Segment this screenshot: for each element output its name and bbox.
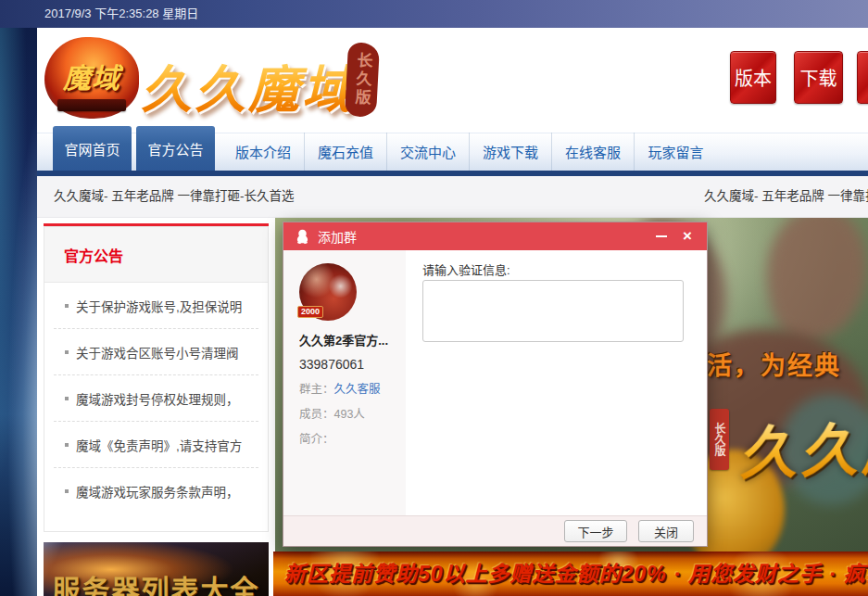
members-label: 成员： bbox=[299, 408, 334, 421]
announcement-link[interactable]: 关于游戏合区账号小号清理阀 bbox=[54, 329, 258, 375]
sidebar-title: 官方公告 bbox=[64, 244, 123, 266]
announcement-link[interactable]: 关于保护游戏账号,及担保说明 bbox=[54, 283, 258, 329]
marquee-text: 久久魔域- 五年老品牌 一律靠打砸-长久首选 bbox=[54, 176, 295, 217]
desktop-background-art bbox=[0, 28, 37, 596]
taskbar-datetime: 2017/9/3 下午2:35:28 星期日 bbox=[0, 6, 198, 20]
next-step-button[interactable]: 下一步 bbox=[564, 520, 627, 542]
announcement-link[interactable]: 魔域游戏封号停权处理规则， bbox=[54, 375, 258, 422]
close-icon[interactable]: × bbox=[673, 222, 701, 250]
tab-guestbook[interactable]: 玩家留言 bbox=[635, 133, 717, 171]
version-button[interactable]: 版本 bbox=[730, 51, 776, 104]
group-intro-row: 简介： bbox=[299, 429, 406, 447]
artwork-calligraphy: 久久魔域 bbox=[737, 399, 868, 490]
tab-community[interactable]: 交流中心 bbox=[387, 133, 470, 171]
server-list-banner[interactable]: 服务器列表大全 bbox=[44, 542, 269, 596]
marquee-bar: 久久魔域- 五年老品牌 一律靠打砸-长久首选 久久魔域- 五年老品牌 一律靠打砸… bbox=[37, 176, 868, 218]
group-info-panel: 2000 久久第2季官方... 339876061 群主：久久客服 成员：493… bbox=[283, 250, 406, 515]
artwork-slogan: 活，为经典 bbox=[707, 346, 841, 382]
artwork-antler bbox=[756, 218, 868, 346]
taskbar: 2017/9/3 下午2:35:28 星期日 bbox=[0, 0, 868, 28]
tab-recharge[interactable]: 魔石充值 bbox=[305, 133, 387, 171]
dialog-titlebar: 添加群 × bbox=[283, 222, 707, 250]
group-avatar-wrap: 2000 bbox=[299, 263, 357, 321]
game-logo[interactable]: 魔域 bbox=[44, 37, 139, 119]
owner-label: 群主： bbox=[299, 383, 334, 396]
group-capacity-badge: 2000 bbox=[297, 306, 323, 318]
owner-link[interactable]: 久久客服 bbox=[334, 383, 381, 396]
qq-penguin-icon bbox=[295, 229, 310, 245]
promo-banner: 新区提前赞助50以上多赠送金额的20% · 用您发财之手 · 疯狂 bbox=[273, 552, 868, 596]
close-button[interactable]: 关闭 bbox=[638, 520, 694, 542]
bullet-icon bbox=[65, 397, 69, 400]
artwork-seal: 长久版 bbox=[710, 409, 729, 470]
group-members-row: 成员：493人 bbox=[299, 404, 406, 422]
announcement-link[interactable]: 魔域《免责声明》,请支持官方 bbox=[54, 422, 258, 468]
marquee-text-repeat: 久久魔域- 五年老品牌 一律靠打砸-长久首选 bbox=[704, 176, 868, 217]
promo-text: 新区提前赞助50以上多赠送金额的20% · 用您发财之手 · 疯狂 bbox=[273, 552, 868, 596]
partial-button[interactable] bbox=[857, 51, 868, 104]
bullet-icon bbox=[65, 304, 69, 308]
logo-ribbon bbox=[57, 99, 126, 111]
group-name: 久久第2季官方... bbox=[299, 331, 392, 349]
group-number: 339876061 bbox=[299, 357, 406, 372]
nav-tabs: 版本介绍 魔石充值 交流中心 游戏下载 在线客服 玩家留言 bbox=[222, 133, 717, 171]
tab-online-service[interactable]: 在线客服 bbox=[552, 133, 635, 171]
bullet-icon bbox=[65, 350, 69, 354]
tab-version-intro[interactable]: 版本介绍 bbox=[222, 133, 305, 171]
add-group-dialog: 添加群 × 2000 久久第2季官方... 339876061 群主：久久客服 … bbox=[283, 222, 708, 547]
announcement-link[interactable]: 魔域游戏玩家服务条款声明， bbox=[54, 468, 258, 514]
version-seal: 长久版 bbox=[345, 42, 380, 118]
sidebar-announcements: 官方公告 关于保护游戏账号,及担保说明 关于游戏合区账号小号清理阀 魔域游戏封号… bbox=[44, 226, 269, 532]
minimize-icon bbox=[656, 235, 667, 237]
download-button[interactable]: 下载 bbox=[794, 51, 843, 104]
verify-input[interactable] bbox=[422, 280, 684, 342]
tab-game-download[interactable]: 游戏下载 bbox=[470, 133, 552, 171]
bullet-icon bbox=[65, 489, 69, 493]
site-title: 久久魔域 bbox=[141, 48, 356, 122]
sidebar-header: 官方公告 bbox=[44, 227, 268, 283]
minimize-button[interactable] bbox=[649, 222, 673, 250]
group-owner-row: 群主：久久客服 bbox=[299, 379, 406, 397]
intro-label: 简介： bbox=[299, 433, 334, 446]
members-value: 493人 bbox=[334, 408, 365, 421]
tab-home[interactable]: 官网首页 bbox=[53, 126, 132, 171]
dialog-footer: 下一步 关闭 bbox=[283, 515, 707, 546]
dialog-title: 添加群 bbox=[318, 227, 357, 246]
bullet-icon bbox=[65, 443, 69, 447]
logo-text: 魔域 bbox=[44, 56, 139, 96]
verify-label: 请输入验证信息: bbox=[422, 260, 510, 278]
tab-announcements[interactable]: 官方公告 bbox=[136, 126, 215, 171]
screen: 2017/9/3 下午2:35:28 星期日 魔域 久久魔域 长久版 版本 下载… bbox=[0, 0, 868, 596]
server-list-banner-text: 服务器列表大全 bbox=[44, 567, 269, 596]
